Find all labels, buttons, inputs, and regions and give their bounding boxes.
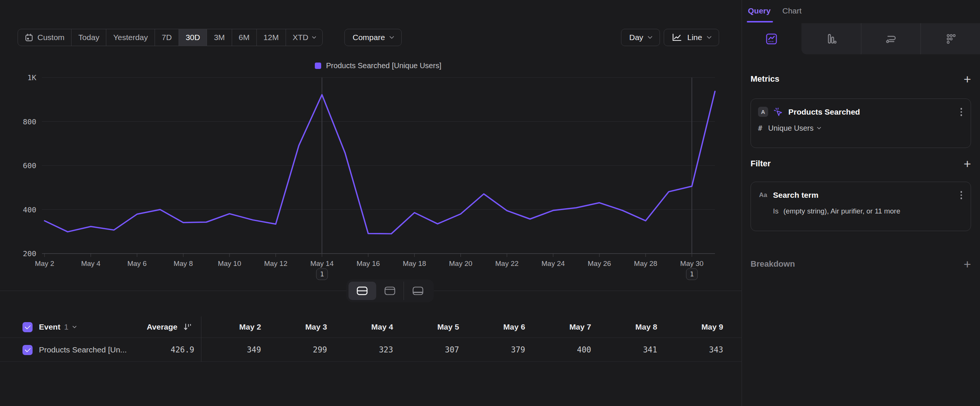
- x-axis-label: May 30: [680, 260, 703, 267]
- range-3m[interactable]: 3M: [207, 29, 231, 46]
- table-row[interactable]: Products Searched [Un... 426.9 349299323…: [0, 338, 741, 362]
- date-header[interactable]: May 4: [333, 322, 399, 331]
- cell-value: 400: [531, 345, 597, 354]
- sidebar-tabs: Query Chart: [742, 0, 980, 23]
- range-label: 6M: [239, 33, 250, 42]
- date-header[interactable]: May 9: [663, 322, 729, 331]
- date-header[interactable]: May 5: [399, 322, 465, 331]
- filter-section-header: Filter +: [751, 159, 971, 169]
- select-all-checkbox[interactable]: [22, 322, 33, 332]
- tab-chart[interactable]: Chart: [782, 6, 802, 15]
- chart-type-button[interactable]: Line: [664, 29, 719, 46]
- range-today[interactable]: Today: [71, 29, 106, 46]
- filter-menu-button[interactable]: [959, 189, 964, 201]
- y-axis-label: 800: [23, 117, 36, 126]
- filter-property-name: Search term: [773, 191, 954, 200]
- range-12m[interactable]: 12M: [256, 29, 286, 46]
- date-header[interactable]: May 7: [531, 322, 597, 331]
- filter-operator[interactable]: Is: [773, 207, 779, 215]
- chart-type-flows[interactable]: [861, 23, 921, 54]
- x-axis-label: May 12: [264, 260, 287, 267]
- chevron-down-icon: [390, 34, 395, 39]
- chevron-down-icon: [312, 35, 316, 38]
- range-label: Custom: [37, 33, 64, 42]
- event-label: Event: [39, 322, 60, 331]
- date-header[interactable]: May 8: [597, 322, 663, 331]
- table-header-row: Event 1 Average May 2May 3May 4May 5May …: [0, 317, 741, 338]
- line-chart-icon: [672, 33, 682, 42]
- add-breakdown-button[interactable]: +: [964, 259, 971, 269]
- chart-type-insights[interactable]: [742, 23, 802, 54]
- metric-menu-button[interactable]: [959, 107, 964, 118]
- event-cursor-icon: [773, 107, 783, 117]
- date-range-segmented-control: CustomTodayYesterday7D30D3M6M12MXTD: [18, 29, 323, 46]
- metric-name: Products Searched: [788, 107, 954, 116]
- row-checkbox[interactable]: [22, 345, 33, 355]
- chevron-down-icon: [817, 125, 821, 129]
- range-xtd[interactable]: XTD: [286, 29, 322, 46]
- x-axis-label: May 4: [81, 260, 101, 267]
- split-view-button[interactable]: [348, 282, 376, 300]
- view-toggle: [346, 279, 434, 302]
- add-filter-button[interactable]: +: [964, 159, 971, 169]
- table-view-button[interactable]: [404, 282, 432, 300]
- bar-chart-icon: [825, 33, 837, 45]
- chart-legend[interactable]: Products Searched [Unique Users]: [41, 61, 715, 70]
- filter-value[interactable]: (empty string), Air purifier, or 11 more: [783, 207, 900, 215]
- x-axis-label: May 24: [542, 260, 565, 267]
- average-column-header[interactable]: Average: [105, 322, 192, 331]
- calendar-icon: [25, 33, 33, 42]
- tab-query[interactable]: Query: [748, 6, 771, 15]
- range-yesterday[interactable]: Yesterday: [106, 29, 154, 46]
- range-label: Today: [78, 33, 99, 42]
- line-chart[interactable]: 1K800600400200May 2May 4May 6May 8May 10…: [0, 73, 741, 283]
- main-area: CustomTodayYesterday7D30D3M6M12MXTD Comp…: [0, 0, 741, 406]
- range-6m[interactable]: 6M: [232, 29, 256, 46]
- chart-type-bar[interactable]: [802, 23, 861, 54]
- row-average-value: 426.9: [105, 345, 194, 354]
- range-custom[interactable]: Custom: [18, 29, 71, 46]
- chevron-down-icon: [707, 34, 712, 39]
- range-label: Yesterday: [113, 33, 148, 42]
- measure-selector[interactable]: Unique Users: [768, 124, 821, 132]
- y-axis-label: 1K: [27, 73, 36, 82]
- cell-value: 341: [597, 345, 663, 354]
- chart-type-funnel[interactable]: [921, 23, 980, 54]
- granularity-button[interactable]: Day: [621, 29, 660, 46]
- date-header[interactable]: May 2: [201, 322, 267, 331]
- add-metric-button[interactable]: +: [964, 74, 971, 84]
- y-axis-label: 400: [23, 205, 36, 214]
- range-label: 7D: [162, 33, 172, 42]
- legend-swatch: [315, 62, 321, 69]
- event-column-header[interactable]: Event 1: [39, 322, 76, 331]
- series-line[interactable]: [45, 91, 715, 234]
- x-axis-label: May 10: [218, 260, 241, 267]
- funnel-dots-icon: [945, 33, 957, 45]
- x-axis-label: May 22: [495, 260, 519, 267]
- filter-card[interactable]: Aa Search term Is (empty string), Air pu…: [751, 182, 971, 231]
- date-column-headers: May 2May 3May 4May 5May 6May 7May 8May 9: [201, 322, 729, 331]
- measure-label: Unique Users: [768, 124, 813, 132]
- legend-label: Products Searched [Unique Users]: [326, 61, 441, 70]
- x-axis-label: May 16: [356, 260, 380, 267]
- compare-label: Compare: [353, 33, 385, 42]
- insights-line-icon: [765, 33, 778, 45]
- event-count: 1: [64, 322, 68, 331]
- metric-card[interactable]: A Products Searched # Unique Users: [751, 99, 971, 148]
- x-axis-label: May 26: [588, 260, 611, 267]
- y-axis-label: 600: [23, 161, 36, 170]
- date-header[interactable]: May 6: [465, 322, 531, 331]
- chart-view-icon: [384, 286, 396, 296]
- compare-button[interactable]: Compare: [344, 29, 402, 46]
- breakdown-title: Breakdown: [751, 259, 795, 269]
- query-sidebar: Query Chart: [741, 0, 980, 406]
- x-axis-label: May 6: [127, 260, 147, 267]
- range-7d[interactable]: 7D: [154, 29, 178, 46]
- range-30d[interactable]: 30D: [178, 29, 207, 46]
- table-column-divider: [201, 317, 201, 362]
- average-label: Average: [147, 322, 177, 331]
- y-axis-label: 200: [23, 249, 36, 258]
- date-header[interactable]: May 3: [267, 322, 333, 331]
- x-axis-label: May 8: [174, 260, 193, 267]
- chart-view-button[interactable]: [376, 282, 404, 300]
